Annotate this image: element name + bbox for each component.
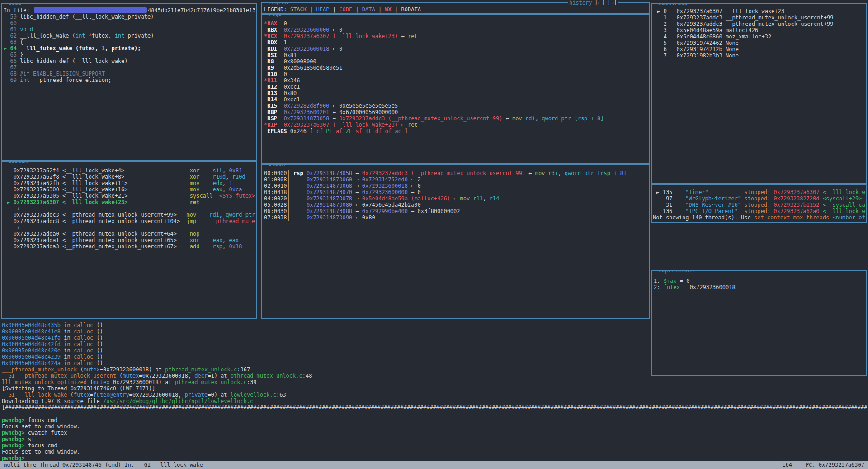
terminal-line: 68 #if ENABLE_ELISION_SUPPORT [4,71,255,77]
terminal-line: RBX 0x729323600000 ← 0 [264,27,648,33]
terminal-line: 0x00005e04d48c41e8 in calloc () [2,328,867,335]
terminal-line: R8 0x80008000 [264,58,648,65]
terminal-line: 66 libc_hidden_def (__lll_lock_wake) [4,58,255,64]
terminal-line: 07:0038│ 0x729314873090 ← 0x80 [264,214,648,221]
terminal-line: *RCX 0x7293237a6307 (__lll_lock_wake+23)… [264,33,648,39]
terminal-line: R12 0xcc1 [264,84,648,90]
command-input[interactable]: pwndbg> [2,455,867,461]
history-back-button[interactable]: [←] [595,0,605,6]
terminal-line: 0x7293237a62f4 <__lll_lock_wake+4> xor s… [4,167,255,174]
terminal-line: Not showing 140 thread(s). Use set conte… [653,214,865,221]
terminal-line: 2 0x7293237addc3 __pthread_mutex_unlock_… [654,21,865,27]
terminal-line: 0x7293237a62fb <__lll_lock_wake+11> mov … [4,180,255,186]
terminal-line: 03:0018│ 0x729314873070 → 0x729323600000… [264,189,648,195]
terminal-line: 02:0010│ 0x729314873068 → 0x729323600018… [264,183,648,189]
terminal-line: 05:0028│ 0x729314873080 ← 0x7456e45da42b… [264,202,648,208]
disassembly-rows: 0x7293237a62f4 <__lll_lock_wake+4> xor s… [4,167,255,318]
terminal-line: 01:0008│ 0x729314873060 → 0x729314752ed0… [264,176,648,183]
terminal-line: ► 64 lll_futex_wake (futex, 1, private); [4,45,255,52]
terminal-line: RDI 0x729323600018 ← 0 [264,46,648,52]
terminal-line: 04:0020│ 0x729314873078 → 0x5e04d48ae59a… [264,195,648,202]
terminal-line: *RAX 0 [264,20,648,27]
terminal-line: *RIP 0x7293237a6307 (__lll_lock_wake+23)… [264,122,648,128]
terminal-line: [#######################################… [2,404,867,411]
terminal-line: Focus set to cmd window. [2,449,867,455]
terminal-line: 0x00005e04d48c42fd in calloc () [2,341,867,347]
terminal-line: 67 [4,64,255,71]
terminal-line: Focus set to cmd window. [2,423,867,430]
backtrace-rows: ► 0 0x7293237a6307 __lll_lock_wake+23 1 … [654,8,865,183]
terminal-line: 0x00005e04d48c420e in calloc () [2,347,867,354]
status-thread-info: multi-thre Thread 0x7293148746 (cmd) In:… [4,461,203,469]
terminal-line: pwndbg> focus cmd [2,442,867,449]
terminal-line: 6 0x72931974212b None [654,46,865,52]
command-output: 0x00005e04d48c435b in calloc ()0x00005e0… [2,322,867,461]
terminal-line: ↓ [4,224,255,231]
terminal-line: LEGEND: STACK | HEAP | CODE | DATA | WX … [264,6,648,13]
terminal-line: ► 0 0x7293237a6307 __lll_lock_wake+23 [654,8,865,14]
redacted-filename [34,7,147,13]
status-gap [792,461,806,469]
registers-pane: regs *RAX 0 RBX 0x729323600000 ← 0*RCX 0… [261,14,650,164]
history-forward-button[interactable]: [→] [607,0,617,6]
code-pane-title: code [6,3,23,6]
terminal-line: 5 0x729319742462 None [654,40,865,46]
terminal-line: 62 __lll_lock_wake (int *futex, int priv… [4,33,255,39]
history-label: history [569,0,592,6]
terminal-line: 0x00005e04d48c4239 in calloc () [2,354,867,360]
terminal-line: 0x7293237adda0 <__pthread_mutex_unlock_u… [4,231,255,237]
terminal-line: ► 0x7293237a6307 <__lll_lock_wake+23> re… [4,199,255,205]
stack-pane-title: stack [267,164,287,167]
terminal-line: 06:0030│ 0x729314873088 → 0x7292990be400… [264,208,648,214]
terminal-line: 3 0x5e04d48ae59a malloc+426 [654,27,865,33]
legend-row: LEGEND: STACK | HEAP | CODE | DATA | WX … [264,6,648,13]
terminal-line: 0x7293237addc3 <__pthread_mutex_unlock_u… [4,212,255,218]
stack-pane: stack 00:0000│ rsp 0x729314873058 → 0x72… [261,164,650,319]
terminal-line: 0x7293237a62f8 <__lll_lock_wake+8> xor r… [4,174,255,180]
disassembly-pane: disasm 0x7293237a62f4 <__lll_lock_wake+4… [1,161,257,319]
terminal-line: pwndbg> focus cmd [2,417,867,423]
terminal-line: pwndbg> si [2,436,867,442]
terminal-line: 1: $rax = 0 [654,278,865,284]
terminal-line: EFLAGS 0x246 [ cf PF af ZF sf IF df of a… [264,128,648,134]
terminal-line: 65 } [4,52,255,58]
terminal-line: RDX 1 [264,39,648,46]
terminal-line: 97 "WrGlyph~terizer" stopped: 0x72932382… [653,195,865,202]
code-lines: In file: 4845db211e7b42c7176f9be21b8301e… [4,7,255,160]
terminal-line: In file: 4845db211e7b42c7176f9be21b8301e… [4,7,255,14]
backtrace-pane-title: backtrace [656,3,689,6]
threads-pane-title: threads [656,184,683,187]
terminal-line: 0x7293237adda1 <__pthread_mutex_unlock_u… [4,237,255,243]
output-lines: 0x00005e04d48c435b in calloc ()0x00005e0… [2,322,867,455]
terminal-line: [Switching to Thread 0x7293148746c0 (LWP… [2,385,867,392]
terminal-line: 0x7293237a6305 <__lll_lock_wake+21> sysc… [4,193,255,199]
terminal-line: 60 [4,20,255,26]
terminal-line: ► 135 "Timer" stopped: 0x7293237a6307 <_… [653,189,865,195]
terminal-line: 7 0x72931982b3b3 None [654,52,865,59]
status-bar: multi-thre Thread 0x7293148746 (cmd) In:… [0,461,868,469]
terminal-line: 61 void [4,26,255,33]
terminal-line: RBP 0x729323600201 ← 0x6700000569000000 [264,109,648,115]
terminal-line: lll_mutex_unlock_optimized (mutex=0x7293… [2,379,867,385]
terminal-line: *R11 0x346 [264,77,648,84]
terminal-line: 136 "IPC I/O Parent" stopped: 0x7293237a… [653,208,865,214]
terminal-line: __GI___pthread_mutex_unlock_usercnt (mut… [2,373,867,379]
terminal-line: pwndbg> cwatch futex [2,430,867,436]
disassembly-pane-title: disasm [6,161,29,164]
terminal-line: __GI___lll_lock_wake (futex=futex@entry=… [2,392,867,398]
terminal-line: 0x00005e04d48c424a in calloc () [2,360,867,366]
terminal-line: R9 0x2d561850ed580e51 [264,65,648,71]
terminal-line: 31 "DNS Res~ver #16" stopped: 0x7293237b… [653,202,865,208]
backtrace-pane: backtrace ► 0 0x7293237a6307 __lll_lock_… [651,3,867,184]
history-widget: history[←][→] [568,0,618,6]
terminal-line: ___pthread_mutex_unlock (mutex=0x7293236… [2,366,867,373]
register-rows: *RAX 0 RBX 0x729323600000 ← 0*RCX 0x7293… [264,20,648,163]
expressions-pane-title: expressions [656,270,696,274]
terminal-line: 63 { [4,39,255,45]
status-pc: PC: 0x7293237a6307 [806,461,864,469]
terminal-line: 0x00005e04d48c41fa in calloc () [2,335,867,341]
terminal-line: Downloading 1.97 K source file /usr/src/… [2,398,867,404]
code-pane: code In file: 4845db211e7b42c7176f9be21b… [1,3,257,161]
terminal-line [2,411,867,417]
threads-pane: threads ► 135 "Timer" stopped: 0x7293237… [651,184,867,223]
